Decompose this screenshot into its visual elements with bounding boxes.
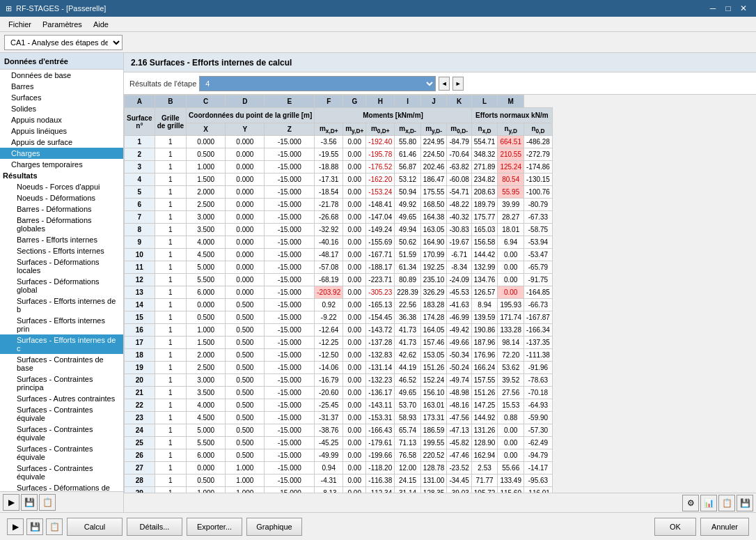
table-row[interactable]: 2515.5000.500-15.000-45.250.00-179.6171.… xyxy=(125,437,553,449)
table-save-button[interactable]: 💾 xyxy=(737,495,753,511)
table-row[interactable]: 612.5000.000-15.000-21.780.00-148.4149.9… xyxy=(125,199,553,211)
tree-item-barres-deform[interactable]: Barres - Déformations xyxy=(0,203,123,215)
tree-item-surf-deform-ba[interactable]: Surfaces - Déformations de ba xyxy=(0,482,123,491)
table-cell: 156.58 xyxy=(471,236,498,249)
table-cell: -57.30 xyxy=(523,424,552,437)
table-row[interactable]: 1711.5000.500-15.000-12.250.00-137.2841.… xyxy=(125,337,553,349)
left-save-button[interactable]: 💾 xyxy=(21,494,38,511)
table-row[interactable]: 2710.0001.000-15.0000.940.00-118.2012.00… xyxy=(125,462,553,475)
next-etape-button[interactable]: ► xyxy=(452,77,464,91)
table-row[interactable]: 2214.0000.500-15.000-25.450.00-143.1153.… xyxy=(125,399,553,412)
table-row[interactable]: 1410.0000.500-15.0000.920.00-165.1322.56… xyxy=(125,299,553,311)
table-row[interactable]: 1812.0000.500-15.000-12.500.00-132.8342.… xyxy=(125,349,553,362)
data-table-container[interactable]: A B C D E F G H I J K L M xyxy=(124,95,756,493)
tree-item-charges[interactable]: Charges xyxy=(0,148,123,159)
table-cell: -166.43 xyxy=(366,424,395,437)
tree-item-surf-contraintes-base[interactable]: Surfaces - Contraintes de base xyxy=(0,354,123,373)
exporter-button[interactable]: Exporter... xyxy=(187,518,242,536)
close-button[interactable]: ✕ xyxy=(737,1,750,15)
table-row[interactable]: 1611.0000.500-15.000-12.640.00-143.7241.… xyxy=(125,324,553,337)
tree-item-surf-deform-loc[interactable]: Surfaces - Déformations locales xyxy=(0,256,123,276)
bottom-play-button[interactable]: ▶ xyxy=(7,518,24,535)
menu-fichier[interactable]: Fichier xyxy=(3,19,37,30)
tree-item-surf-deform-glob[interactable]: Surfaces - Déformations global xyxy=(0,276,123,295)
table-cell: 3.000 xyxy=(187,211,226,224)
tree-category-resultats[interactable]: Résultats xyxy=(0,170,123,181)
table-row[interactable]: 2013.0000.500-15.000-16.790.00-132.2346.… xyxy=(125,374,553,387)
table-row[interactable]: 2810.5001.000-15.000-4.310.00-116.3824.1… xyxy=(125,475,553,487)
ok-button[interactable]: OK xyxy=(654,518,696,536)
menu-parametres[interactable]: Paramètres xyxy=(37,19,88,30)
tree-item-barres[interactable]: Barres xyxy=(0,81,123,92)
table-cell: 0.500 xyxy=(226,412,265,424)
table-settings-button[interactable]: ⚙ xyxy=(682,495,699,511)
table-row[interactable]: 1316.0000.000-15.000-203.920.00-305.2322… xyxy=(125,286,553,299)
left-play-button[interactable]: ▶ xyxy=(3,494,19,511)
tree-item-noeuds-deform[interactable]: Noeuds - Déformations xyxy=(0,192,123,203)
calcul-button[interactable]: Calcul xyxy=(67,518,123,536)
bottom-save-button[interactable]: 💾 xyxy=(26,518,43,535)
tree-item-surf-contr-equiv2[interactable]: Surfaces - Contraintes équivale xyxy=(0,424,123,443)
table-export-button[interactable]: 📋 xyxy=(718,495,735,511)
tree-item-surf-contr-equiv3[interactable]: Surfaces - Contraintes équivale xyxy=(0,443,123,463)
tree-item-noeuds-forces[interactable]: Noeuds - Forces d'appui xyxy=(0,181,123,192)
tree-item-barres-deform-glob[interactable]: Barres - Déformations globales xyxy=(0,215,123,234)
table-cell: -48.22 xyxy=(447,199,471,211)
table-row[interactable]: 2415.0000.500-15.000-38.760.00-166.4365.… xyxy=(125,424,553,437)
table-row[interactable]: 2314.5000.500-15.000-31.370.00-153.3158.… xyxy=(125,412,553,424)
table-row[interactable]: 1215.5000.000-15.000-68.190.00-223.7180.… xyxy=(125,274,553,286)
table-row[interactable]: 713.0000.000-15.000-26.680.00-147.0449.6… xyxy=(125,211,553,224)
table-row[interactable]: 110.0000.000-15.000-3.560.00-192.4055.80… xyxy=(125,136,553,148)
table-row[interactable]: 813.5000.000-15.000-32.920.00-149.2449.9… xyxy=(125,224,553,236)
tree-item-surf-contr-equiv4[interactable]: Surfaces - Contraintes équivale xyxy=(0,463,123,482)
table-cell: 58.93 xyxy=(395,412,421,424)
maximize-button[interactable]: □ xyxy=(721,1,735,15)
graphique-button[interactable]: Graphique xyxy=(246,518,302,536)
table-row[interactable]: 2113.5000.500-15.000-20.600.00-136.1749.… xyxy=(125,387,553,399)
prev-etape-button[interactable]: ◄ xyxy=(439,77,450,91)
tree-item-donnees-base[interactable]: Données de base xyxy=(0,70,123,81)
table-row[interactable]: 2616.0000.500-15.000-49.990.00-199.6676.… xyxy=(125,449,553,462)
menu-aide[interactable]: Aide xyxy=(88,19,114,30)
details-button[interactable]: Détails... xyxy=(127,518,182,536)
table-row[interactable]: 1912.5000.500-15.000-14.060.00-131.1444.… xyxy=(125,362,553,374)
tree-item-surf-contr-equiv1[interactable]: Surfaces - Contraintes équivale xyxy=(0,404,123,424)
table-cell: 164.05 xyxy=(420,324,447,337)
tree-item-solides[interactable]: Solides xyxy=(0,103,123,114)
table-cell: 28.27 xyxy=(498,211,524,224)
table-cell: 174.28 xyxy=(420,311,447,324)
table-chart-button[interactable]: 📊 xyxy=(700,495,717,511)
tree-item-sections-efforts[interactable]: Sections - Efforts internes xyxy=(0,245,123,256)
table-cell: -45.82 xyxy=(447,437,471,449)
tree-item-appuis-lineiques[interactable]: Appuis linéiques xyxy=(0,125,123,137)
table-cell: -21.78 xyxy=(315,199,343,211)
left-copy-button[interactable]: 📋 xyxy=(39,494,56,511)
table-row[interactable]: 1510.5000.500-15.000-9.220.00-154.4536.3… xyxy=(125,311,553,324)
table-row[interactable]: 1014.5000.000-15.000-48.170.00-167.7151.… xyxy=(125,249,553,261)
annuler-button[interactable]: Annuler xyxy=(700,518,749,536)
tree-item-surf-efforts-prin[interactable]: Surfaces - Efforts internes prin xyxy=(0,315,123,334)
minimize-button[interactable]: ─ xyxy=(706,1,720,15)
etape-select[interactable]: 4 xyxy=(199,76,436,91)
table-cell: 0.00 xyxy=(343,249,366,261)
table-cell: 0.00 xyxy=(343,399,366,412)
table-row[interactable]: 210.5000.000-15.000-19.550.00-195.7861.4… xyxy=(125,148,553,161)
tree-item-charges-temp[interactable]: Charges temporaires xyxy=(0,159,123,170)
table-row[interactable]: 2911.0001.000-15.000-8.130.00-112.3431.1… xyxy=(125,487,553,493)
tree-item-surf-autres-contr[interactable]: Surfaces - Autres contraintes xyxy=(0,393,123,404)
tree-item-surf-efforts-calc[interactable]: Surfaces - Efforts internes de c xyxy=(0,334,123,354)
tree-item-appuis-nodaux[interactable]: Appuis nodaux xyxy=(0,114,123,125)
bottom-copy-button[interactable]: 📋 xyxy=(46,518,63,535)
table-row[interactable]: 311.0000.000-15.000-18.880.00-176.5256.8… xyxy=(125,161,553,173)
tree-item-appuis-surface[interactable]: Appuis de surface xyxy=(0,137,123,148)
tree-item-surfaces[interactable]: Surfaces xyxy=(0,92,123,103)
table-row[interactable]: 512.0000.000-15.000-18.540.00-153.2450.9… xyxy=(125,186,553,199)
table-row[interactable]: 411.5000.000-15.000-17.310.00-162.2053.1… xyxy=(125,173,553,186)
table-row[interactable]: 914.0000.000-15.000-40.160.00-155.6950.6… xyxy=(125,236,553,249)
tree-item-barres-efforts[interactable]: Barres - Efforts internes xyxy=(0,234,123,245)
ca-select[interactable]: CA1 - Analyse des étapes de c xyxy=(4,35,123,50)
table-row[interactable]: 1115.0000.000-15.000-57.080.00-188.1761.… xyxy=(125,261,553,274)
tree-item-surf-efforts-b[interactable]: Surfaces - Efforts internes de b xyxy=(0,295,123,315)
tree-item-surf-contraintes-princ[interactable]: Surfaces - Contraintes principa xyxy=(0,373,123,393)
table-cell: 2 xyxy=(125,148,155,161)
